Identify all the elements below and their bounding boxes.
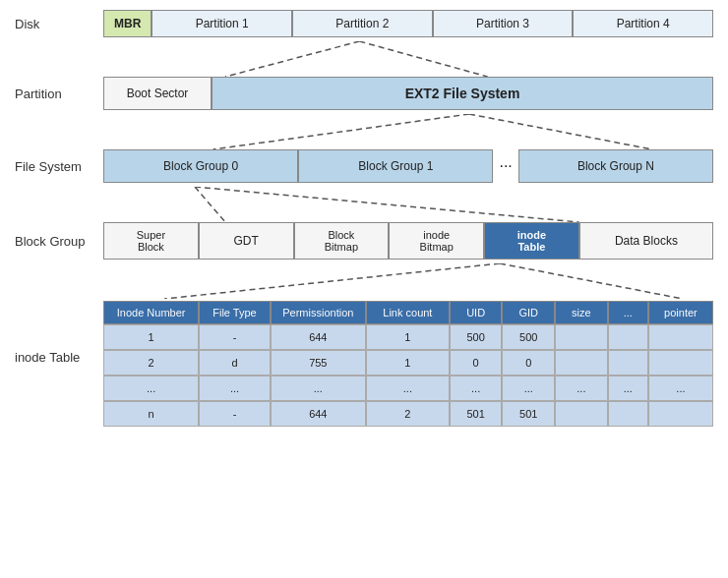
row3-size: ... bbox=[555, 376, 608, 401]
row2-pointer bbox=[648, 350, 713, 376]
row3-dots: ... bbox=[608, 376, 648, 401]
row3-uid: ... bbox=[450, 376, 503, 401]
svg-line-8 bbox=[500, 263, 683, 299]
block-group-0-box: Block Group 0 bbox=[103, 149, 298, 183]
row1-inode-number: 1 bbox=[103, 324, 199, 350]
row2-dots bbox=[608, 350, 648, 376]
row3-link-count: ... bbox=[366, 376, 450, 401]
disk-row: Disk MBR Partition 1 Partition 2 Partiti… bbox=[15, 10, 713, 37]
row1-size bbox=[555, 324, 608, 350]
connector-3-svg bbox=[103, 187, 713, 222]
row3-pointer: ... bbox=[648, 376, 713, 401]
disk-container: MBR Partition 1 Partition 2 Partition 3 … bbox=[103, 10, 713, 37]
header-permission: Permissiontion bbox=[271, 301, 366, 324]
inode-data-row-3: ... ... ... ... ... ... ... ... ... bbox=[103, 376, 713, 401]
block-bitmap-box: Block Bitmap bbox=[294, 222, 390, 260]
rown-uid: 501 bbox=[450, 401, 503, 427]
connector-4 bbox=[103, 263, 713, 299]
rown-gid: 501 bbox=[502, 401, 555, 427]
header-inode-number: Inode Number bbox=[103, 301, 199, 324]
filesystem-container: Block Group 0 Block Group 1 ··· Block Gr… bbox=[103, 149, 713, 183]
row1-dots bbox=[608, 324, 648, 350]
svg-line-3 bbox=[213, 114, 469, 149]
inode-table-section: inode Table Inode Number File Type Permi… bbox=[15, 301, 713, 427]
row2-uid: 0 bbox=[450, 350, 503, 376]
svg-line-6 bbox=[195, 187, 579, 222]
row1-uid: 500 bbox=[450, 324, 503, 350]
row3-file-type: ... bbox=[199, 376, 270, 401]
connector-4-svg bbox=[103, 263, 713, 299]
connector-2 bbox=[103, 114, 713, 149]
header-dots: ... bbox=[608, 301, 648, 324]
rown-inode-number: n bbox=[103, 401, 199, 427]
mbr-box: MBR bbox=[103, 10, 152, 37]
ext2-box: EXT2 File System bbox=[212, 77, 713, 110]
row1-gid: 500 bbox=[502, 324, 555, 350]
row1-permission: 644 bbox=[271, 324, 366, 350]
header-pointer: pointer bbox=[648, 301, 713, 324]
block-group-n-box: Block Group N bbox=[518, 149, 713, 183]
header-gid: GID bbox=[502, 301, 555, 324]
rown-pointer bbox=[648, 401, 713, 427]
row3-gid: ... bbox=[502, 376, 555, 401]
super-block-box: Super Block bbox=[103, 222, 199, 260]
rown-link-count: 2 bbox=[366, 401, 450, 427]
partition-1-box: Partition 1 bbox=[152, 10, 292, 37]
row2-file-type: d bbox=[199, 350, 270, 376]
connector-3 bbox=[103, 187, 713, 222]
header-file-type: File Type bbox=[199, 301, 270, 324]
inode-table-grid: Inode Number File Type Permissiontion Li… bbox=[103, 301, 713, 427]
rown-size bbox=[555, 401, 608, 427]
block-group-1-box: Block Group 1 bbox=[298, 149, 493, 183]
row2-inode-number: 2 bbox=[103, 350, 199, 376]
rown-permission: 644 bbox=[271, 401, 366, 427]
gdt-box: GDT bbox=[199, 222, 294, 260]
inode-data-row-n: n - 644 2 501 501 bbox=[103, 401, 713, 427]
row2-link-count: 1 bbox=[366, 350, 450, 376]
blockgroup-row: Block Group Super Block GDT Block Bitmap… bbox=[15, 222, 713, 260]
connector-1-svg bbox=[103, 41, 713, 77]
inode-data-row-2: 2 d 755 1 0 0 bbox=[103, 350, 713, 376]
connector-1 bbox=[103, 41, 713, 77]
inode-header-row: Inode Number File Type Permissiontion Li… bbox=[103, 301, 713, 324]
partition-3-box: Partition 3 bbox=[433, 10, 574, 37]
row2-size bbox=[555, 350, 608, 376]
partition-2-box: Partition 2 bbox=[292, 10, 433, 37]
inode-bitmap-box: inode Bitmap bbox=[389, 222, 484, 260]
row2-permission: 755 bbox=[271, 350, 366, 376]
connector-2-svg bbox=[103, 114, 713, 149]
row1-file-type: - bbox=[199, 324, 270, 350]
row3-permission: ... bbox=[271, 376, 366, 401]
partition-container: Boot Sector EXT2 File System bbox=[103, 77, 713, 110]
data-blocks-box: Data Blocks bbox=[579, 222, 713, 260]
filesystem-label: File System bbox=[15, 159, 103, 174]
header-uid: UID bbox=[450, 301, 503, 324]
inode-table-label: inode Table bbox=[15, 301, 103, 365]
header-link-count: Link count bbox=[366, 301, 450, 324]
svg-line-0 bbox=[225, 41, 359, 77]
rown-dots bbox=[608, 401, 648, 427]
row3-inode-number: ... bbox=[103, 376, 199, 401]
row1-pointer bbox=[648, 324, 713, 350]
blockgroup-container: Super Block GDT Block Bitmap inode Bitma… bbox=[103, 222, 713, 260]
partition-row: Partition Boot Sector EXT2 File System bbox=[15, 77, 713, 110]
boot-sector-box: Boot Sector bbox=[103, 77, 212, 110]
blockgroup-label: Block Group bbox=[15, 234, 103, 249]
filesystem-row: File System Block Group 0 Block Group 1 … bbox=[15, 149, 713, 183]
svg-line-4 bbox=[469, 114, 652, 149]
partition-label: Partition bbox=[15, 87, 103, 101]
row1-link-count: 1 bbox=[366, 324, 450, 350]
partition-4-box: Partition 4 bbox=[573, 10, 713, 37]
header-size: size bbox=[555, 301, 608, 324]
rown-file-type: - bbox=[199, 401, 270, 427]
inode-table-box: inode Table bbox=[484, 222, 579, 260]
disk-label: Disk bbox=[15, 17, 103, 31]
row2-gid: 0 bbox=[502, 350, 555, 376]
svg-line-1 bbox=[359, 41, 487, 77]
inode-data-row-1: 1 - 644 1 500 500 bbox=[103, 324, 713, 350]
fs-dots: ··· bbox=[493, 149, 517, 183]
svg-line-5 bbox=[195, 187, 225, 222]
svg-line-7 bbox=[164, 263, 500, 299]
